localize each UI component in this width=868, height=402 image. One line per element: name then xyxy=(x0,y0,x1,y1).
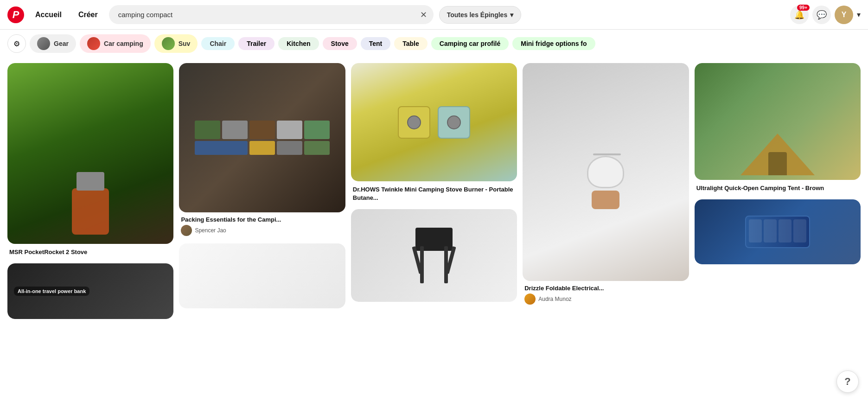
pin-stove2-title: Dr.HOWS Twinkle Mini Camping Stove Burne… xyxy=(353,186,513,201)
author-avatar-audra xyxy=(524,294,536,305)
tag-car-camping-label: Car camping xyxy=(104,40,143,47)
author-name-audra: Audra Munoz xyxy=(538,296,571,302)
pin-card-bucket[interactable]: Drizzle Foldable Electrical... Audra Mun… xyxy=(523,63,689,306)
logo-letter: P xyxy=(13,9,19,21)
tag-kitchen-label: Kitchen xyxy=(287,40,310,47)
pin-tent-image xyxy=(695,63,861,180)
search-clear-button[interactable]: ✕ xyxy=(420,10,427,20)
pinterest-logo[interactable]: P xyxy=(7,6,24,23)
tag-tent-label: Tent xyxy=(369,40,383,47)
pin-card-tent[interactable]: Ultralight Quick-Open Camping Tent - Bro… xyxy=(695,63,861,194)
pin-bucket-info: Drizzle Foldable Electrical... Audra Mun… xyxy=(523,281,689,306)
pin-stove-image xyxy=(7,63,173,244)
chevron-down-icon: ▾ xyxy=(510,11,513,19)
search-input[interactable] xyxy=(109,5,434,24)
pin-card-chair[interactable] xyxy=(351,209,517,302)
author-name-spencer: Spencer Jao xyxy=(195,227,226,234)
header: P Accueil Créer ✕ Toutes les Épingles ▾ … xyxy=(0,0,868,30)
masonry-col-2: Dr.HOWS Twinkle Mini Camping Stove Burne… xyxy=(351,63,517,319)
pin-chair-image xyxy=(351,209,517,302)
tag-gear-label: Gear xyxy=(54,40,69,47)
pin-white-image xyxy=(179,243,345,308)
tag-table-label: Table xyxy=(402,40,419,47)
pin-tent-title: Ultralight Quick-Open Camping Tent - Bro… xyxy=(696,185,824,191)
search-bar: ✕ xyxy=(109,5,434,24)
masonry-col-3: Drizzle Foldable Electrical... Audra Mun… xyxy=(523,63,689,319)
masonry-col-1: Packing Essentials for the Campi... Spen… xyxy=(179,63,345,319)
nav-create[interactable]: Créer xyxy=(73,7,103,23)
masonry-col-4: Ultralight Quick-Open Camping Tent - Bro… xyxy=(695,63,861,319)
pin-mat-image xyxy=(695,199,861,264)
tag-suv-img xyxy=(162,37,175,50)
tag-chip-kitchen[interactable]: Kitchen xyxy=(278,37,319,50)
pin-powerbank-image: All-in-one travel power bank xyxy=(7,263,173,319)
filter-dropdown-label: Toutes les Épingles xyxy=(447,11,507,19)
pin-bucket-image xyxy=(523,63,689,281)
pin-packing-author: Spencer Jao xyxy=(181,225,343,236)
filter-settings-button[interactable]: ⚙ xyxy=(7,34,26,53)
pin-card-stove[interactable]: MSR PocketRocket 2 Stove xyxy=(7,63,173,258)
tag-stove-label: Stove xyxy=(331,40,349,47)
pin-card-powerbank[interactable]: All-in-one travel power bank xyxy=(7,263,173,319)
pin-tent-info: Ultralight Quick-Open Camping Tent - Bro… xyxy=(695,180,861,194)
tag-mini-fridge-label: Mini fridge options fo xyxy=(521,40,587,47)
header-right: 🔔 99+ 💬 Y ▾ xyxy=(790,6,861,24)
pin-stove-title: MSR PocketRocket 2 Stove xyxy=(9,249,87,255)
tag-chip-car-camping[interactable]: Car camping xyxy=(80,34,151,53)
tag-chip-gear[interactable]: Gear xyxy=(30,34,76,53)
pin-stove2-info: Dr.HOWS Twinkle Mini Camping Stove Burne… xyxy=(351,181,517,204)
bell-icon: 🔔 xyxy=(794,10,804,20)
filter-bar: ⚙ Gear Car camping Suv Chair Trailer Kit… xyxy=(0,30,868,57)
tag-chip-stove[interactable]: Stove xyxy=(323,37,357,50)
pin-card-stove2[interactable]: Dr.HOWS Twinkle Mini Camping Stove Burne… xyxy=(351,63,517,204)
pin-packing-image xyxy=(179,63,345,212)
help-button[interactable]: ? xyxy=(836,370,859,393)
tag-chip-chair[interactable]: Chair xyxy=(201,37,235,50)
tag-camping-car-label: Camping car profilé xyxy=(440,40,500,47)
author-avatar-spencer xyxy=(181,225,192,236)
filter-dropdown-button[interactable]: Toutes les Épingles ▾ xyxy=(439,6,521,24)
tag-trailer-label: Trailer xyxy=(247,40,266,47)
tag-chip-mini-fridge[interactable]: Mini fridge options fo xyxy=(512,37,595,50)
tag-chip-camping-car[interactable]: Camping car profilé xyxy=(431,37,509,50)
masonry-col-0: MSR PocketRocket 2 Stove All-in-one trav… xyxy=(7,63,173,319)
pin-card-packing[interactable]: Packing Essentials for the Campi... Spen… xyxy=(179,63,345,238)
notification-badge: 99+ xyxy=(797,5,810,11)
tag-chip-table[interactable]: Table xyxy=(394,37,428,50)
pin-stove-info: MSR PocketRocket 2 Stove xyxy=(7,244,173,258)
pin-packing-title: Packing Essentials for the Campi... xyxy=(181,216,343,223)
account-chevron-button[interactable]: ▾ xyxy=(857,10,861,19)
pin-stove2-image xyxy=(351,63,517,181)
tag-suv-label: Suv xyxy=(179,40,191,47)
pin-bucket-title: Drizzle Foldable Electrical... xyxy=(524,285,687,292)
nav-home[interactable]: Accueil xyxy=(30,7,67,23)
pin-packing-info: Packing Essentials for the Campi... Spen… xyxy=(179,212,345,238)
avatar[interactable]: Y xyxy=(835,6,853,24)
pin-bucket-author: Audra Munoz xyxy=(524,294,687,305)
notification-button[interactable]: 🔔 99+ xyxy=(790,6,809,24)
pin-card-mat[interactable] xyxy=(695,199,861,264)
chat-icon: 💬 xyxy=(817,10,827,20)
tag-car-camping-img xyxy=(87,37,100,50)
tag-chip-trailer[interactable]: Trailer xyxy=(238,37,274,50)
tag-chip-tent[interactable]: Tent xyxy=(361,37,391,50)
tag-chair-label: Chair xyxy=(210,40,226,47)
pin-card-white[interactable] xyxy=(179,243,345,308)
tag-chip-suv[interactable]: Suv xyxy=(154,34,198,53)
masonry-grid: MSR PocketRocket 2 Stove All-in-one trav… xyxy=(0,57,868,325)
messages-button[interactable]: 💬 xyxy=(812,6,831,24)
tag-gear-img xyxy=(37,37,50,50)
